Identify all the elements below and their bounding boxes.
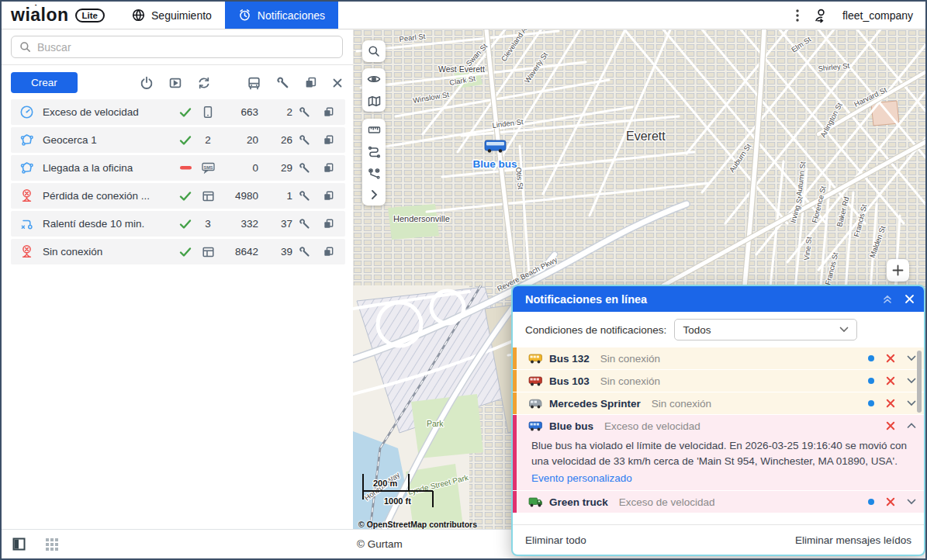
map-layers-icon[interactable] xyxy=(362,90,386,112)
enabled-check-icon[interactable] xyxy=(176,191,195,202)
gray-van-icon xyxy=(527,399,544,409)
map-search-icon[interactable] xyxy=(362,40,386,62)
duplicate-icon[interactable] xyxy=(316,218,341,230)
delete-message-icon[interactable] xyxy=(886,354,895,363)
sync-icon[interactable] xyxy=(197,76,211,90)
rule-row-llegada[interactable]: Llegada a la oficina SMS 0 29 xyxy=(11,155,345,181)
sidebar-toggle-icon[interactable] xyxy=(12,538,26,551)
message-row[interactable]: Mercedes Sprinter Sin conexión xyxy=(513,392,924,414)
green-truck-icon xyxy=(527,497,544,507)
edit-wrench-icon[interactable] xyxy=(292,218,316,230)
rule-row-perdida-conexion[interactable]: Pérdida de conexión ... 4980 1 xyxy=(11,183,345,209)
triggered-count: 663 xyxy=(221,106,258,118)
delete-message-icon[interactable] xyxy=(886,399,895,408)
duplicate-icon[interactable] xyxy=(316,134,341,146)
message-row[interactable]: Green truck Exceso de velocidad xyxy=(513,491,924,513)
enabled-check-icon[interactable] xyxy=(176,247,195,258)
filter-select[interactable]: Todos xyxy=(674,319,857,340)
rule-row-exceso[interactable]: Exceso de velocidad 663 2 xyxy=(11,99,345,125)
account-name[interactable]: fleet_company xyxy=(842,9,913,22)
expand-chevron-icon[interactable] xyxy=(907,400,916,406)
enabled-check-icon[interactable] xyxy=(176,219,195,230)
alarm-icon xyxy=(238,9,251,22)
expand-chevron-icon[interactable] xyxy=(907,499,916,505)
visibility-eye-icon[interactable] xyxy=(362,68,386,90)
expand-chevron-icon[interactable] xyxy=(907,378,916,384)
delete-message-icon[interactable] xyxy=(886,421,895,430)
map-search-card xyxy=(362,40,386,62)
edit-wrench-icon[interactable] xyxy=(292,134,316,146)
rule-row-ralenti[interactable]: Ralentí desde 10 min. 3 332 37 xyxy=(11,211,345,237)
custom-event-link[interactable]: Evento personalizado xyxy=(527,469,916,484)
ruler-icon[interactable] xyxy=(362,119,386,140)
rule-name: Geocerca 1 xyxy=(43,134,176,146)
tab-seguimiento[interactable]: Seguimiento xyxy=(119,2,225,29)
collapse-icon[interactable] xyxy=(883,294,892,304)
wrench-icon[interactable] xyxy=(276,76,289,89)
event-type: Sin conexión xyxy=(652,398,861,410)
clear-read-button[interactable]: Eliminar mensajes leídos xyxy=(795,534,911,546)
enabled-check-icon[interactable] xyxy=(176,107,195,118)
duplicate-icon[interactable] xyxy=(316,162,341,174)
vehicle-name: Blue bus xyxy=(549,420,593,432)
disabled-minus-icon[interactable] xyxy=(176,166,195,170)
rule-name: Sin conexión xyxy=(43,246,176,258)
unit-label: Blue bus xyxy=(472,158,517,170)
logo-wordmark: wialon˙ xyxy=(11,5,69,26)
user-switch-icon[interactable] xyxy=(813,8,828,23)
idling-icon xyxy=(19,216,34,231)
gurtam-copyright[interactable]: © Gurtam xyxy=(357,538,403,550)
delete-message-icon[interactable] xyxy=(886,497,895,506)
vehicle-icon[interactable] xyxy=(247,76,261,90)
popup-header[interactable]: Notificaciones en línea xyxy=(513,286,924,312)
tab-label: Notificaciones xyxy=(258,9,325,22)
track-route-icon[interactable] xyxy=(362,140,386,162)
top-bar: wialon˙ Lite Seguimiento Notificaciones … xyxy=(2,2,925,29)
collapse-chevron-icon[interactable] xyxy=(907,423,916,429)
popup-delivery-icon xyxy=(195,105,221,119)
copy-icon[interactable] xyxy=(304,76,317,89)
units-count: 29 xyxy=(258,162,292,174)
map-visibility-card xyxy=(362,68,386,112)
duplicate-icon[interactable] xyxy=(316,246,341,258)
units-count: 39 xyxy=(258,246,292,258)
edit-wrench-icon[interactable] xyxy=(292,190,316,202)
expand-chevron-right-icon[interactable] xyxy=(362,184,386,206)
rule-row-sin-conexion[interactable]: Sin conexión 8642 39 xyxy=(11,239,345,264)
tab-notificaciones[interactable]: Notificaciones xyxy=(225,2,338,29)
sms-delivery-icon: SMS xyxy=(195,161,221,175)
popup-close-icon[interactable] xyxy=(905,294,915,304)
video-panel-icon[interactable] xyxy=(168,76,182,90)
tab-label: Seguimiento xyxy=(151,9,212,22)
rule-row-geocerca[interactable]: Geocerca 1 2 20 26 xyxy=(11,127,345,153)
search-input[interactable] xyxy=(37,41,334,54)
units-count: 1 xyxy=(258,190,292,202)
enabled-check-icon[interactable] xyxy=(176,135,195,146)
map-attribution[interactable]: © OpenStreetMap contributors xyxy=(358,520,477,529)
duplicate-icon[interactable] xyxy=(316,106,341,118)
expand-chevron-icon[interactable] xyxy=(907,355,916,361)
message-row-expanded[interactable]: Blue bus Exceso de velocidad Blue bus ha… xyxy=(513,415,924,490)
speedometer-icon xyxy=(19,105,34,119)
zoom-in-button[interactable] xyxy=(887,259,909,282)
popup-scrollbar[interactable] xyxy=(917,351,922,413)
connection-loss-icon xyxy=(19,188,34,203)
delete-message-icon[interactable] xyxy=(886,376,895,385)
popup-message-list: Bus 132 Sin conexión Bus 103 Sin conexió… xyxy=(513,347,924,524)
apps-grid-icon[interactable] xyxy=(46,538,58,551)
distance-nodes-icon[interactable] xyxy=(362,162,386,184)
kebab-menu-icon[interactable] xyxy=(796,9,799,22)
edit-wrench-icon[interactable] xyxy=(292,162,316,174)
edit-wrench-icon[interactable] xyxy=(292,246,316,258)
create-button[interactable]: Crear xyxy=(11,72,78,93)
clear-all-button[interactable]: Eliminar todo xyxy=(525,534,586,546)
search-box[interactable] xyxy=(11,36,343,58)
message-row[interactable]: Bus 103 Sin conexión xyxy=(513,370,924,392)
close-icon[interactable] xyxy=(332,78,343,88)
lite-badge: Lite xyxy=(75,9,105,22)
message-row[interactable]: Bus 132 Sin conexión xyxy=(513,347,924,369)
edit-wrench-icon[interactable] xyxy=(292,106,316,118)
unit-marker-blue-bus[interactable] xyxy=(485,140,506,153)
duplicate-icon[interactable] xyxy=(316,190,341,202)
power-toggle-icon[interactable] xyxy=(140,76,154,90)
